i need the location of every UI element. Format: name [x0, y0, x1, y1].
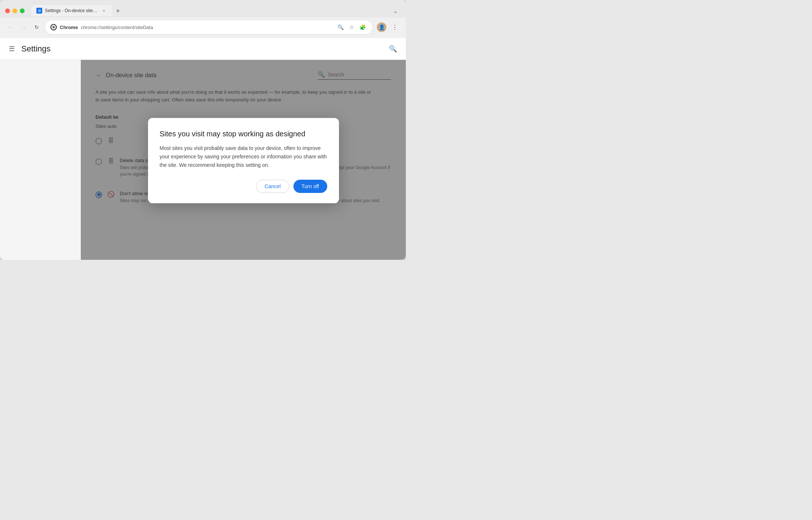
maximize-window-button[interactable] [20, 8, 25, 13]
browser-window: ⚙ Settings - On-device site dat × + ⌄ ← … [0, 0, 406, 260]
url-icons: 🔍 ☆ 🧩 [336, 22, 367, 32]
url-site-name: Chrome [60, 25, 78, 30]
url-bar[interactable]: Chrome chrome://settings/content/siteDat… [45, 20, 373, 35]
hamburger-menu-button[interactable]: ☰ [7, 43, 16, 54]
new-tab-button[interactable]: + [113, 6, 123, 16]
close-window-button[interactable] [5, 8, 10, 13]
url-text: chrome://settings/content/siteData [81, 25, 153, 30]
address-bar: ← → ↻ Chrome chrome://settings/content/s… [0, 18, 406, 38]
settings-sidebar [0, 60, 81, 260]
tab-dropdown-button[interactable]: ⌄ [390, 6, 401, 16]
active-tab[interactable]: ⚙ Settings - On-device site dat × [31, 5, 112, 16]
bookmark-icon[interactable]: ☆ [347, 22, 356, 32]
settings-search-button[interactable]: 🔍 [387, 43, 398, 54]
menu-button[interactable]: ⋮ [389, 21, 401, 33]
forward-button[interactable]: → [18, 22, 29, 32]
settings-page-title: Settings [21, 44, 382, 54]
url-favicon-icon [50, 24, 57, 31]
tabs-row: ⚙ Settings - On-device site dat × + ⌄ [31, 5, 401, 16]
confirmation-dialog: Sites you visit may stop working as desi… [148, 118, 339, 203]
traffic-lights [5, 8, 25, 13]
dialog-title: Sites you visit may stop working as desi… [160, 130, 327, 138]
reload-button[interactable]: ↻ [32, 22, 42, 32]
dialog-overlay: Sites you visit may stop working as desi… [81, 60, 406, 260]
profile-button[interactable]: 👤 [376, 21, 387, 33]
avatar: 👤 [377, 22, 386, 32]
minimize-window-button[interactable] [12, 8, 17, 13]
extensions-icon[interactable]: 🧩 [358, 22, 367, 32]
settings-header: ☰ Settings 🔍 [0, 38, 406, 60]
tab-title: Settings - On-device site dat [45, 8, 98, 13]
cancel-button[interactable]: Cancel [256, 180, 289, 193]
back-button[interactable]: ← [5, 22, 15, 32]
title-bar: ⚙ Settings - On-device site dat × + ⌄ [0, 0, 406, 18]
settings-main: ← On-device site data 🔍 A site you visit… [81, 60, 406, 260]
page-content: ☰ Settings 🔍 ← On-device site data 🔍 [0, 38, 406, 260]
dialog-actions: Cancel Turn off [160, 180, 327, 193]
tab-close-button[interactable]: × [101, 8, 107, 14]
turn-off-button[interactable]: Turn off [293, 180, 327, 193]
toolbar-right: 👤 ⋮ [376, 21, 401, 33]
tab-favicon-icon: ⚙ [36, 8, 42, 14]
dialog-body: Most sites you visit probably save data … [160, 144, 327, 169]
zoom-icon[interactable]: 🔍 [336, 22, 345, 32]
settings-body: ← On-device site data 🔍 A site you visit… [0, 60, 406, 260]
